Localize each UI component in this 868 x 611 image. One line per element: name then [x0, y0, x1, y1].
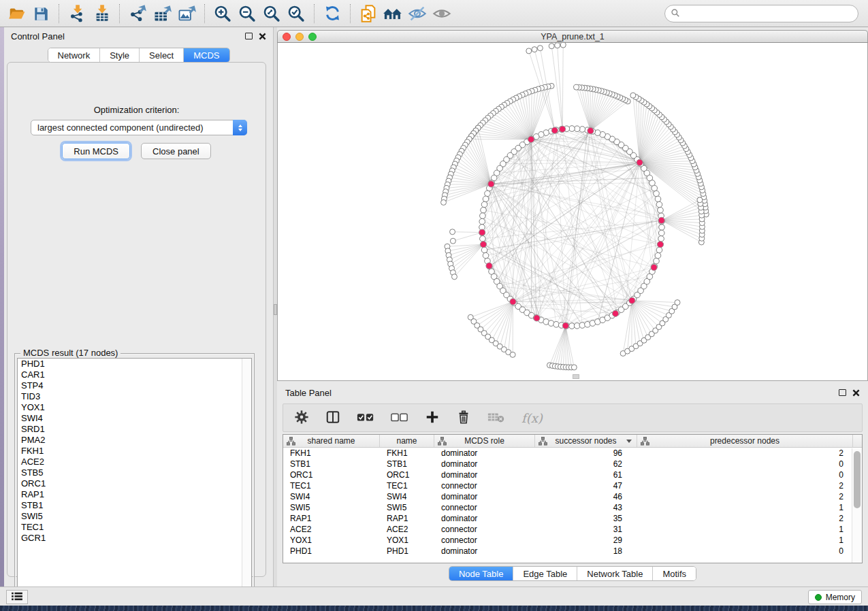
table-row[interactable]: SWI5SWI5connector431 [283, 502, 862, 513]
table-cell[interactable]: dominator [434, 514, 535, 523]
import-table-button[interactable] [89, 2, 114, 25]
table-cell[interactable]: dominator [434, 448, 535, 458]
mcds-result-item[interactable]: STB5 [18, 467, 251, 478]
table-row[interactable]: STB1STB1dominator620 [283, 459, 862, 469]
table-cell[interactable]: 96 [535, 448, 637, 458]
hide-graphics-button[interactable] [405, 2, 430, 25]
columns-button[interactable] [325, 410, 340, 427]
mcds-result-item[interactable]: RAP1 [18, 489, 251, 500]
table-row[interactable]: ACE2ACE2connector311 [283, 524, 862, 535]
column-header[interactable]: name [380, 435, 434, 447]
table-cell[interactable]: FKH1 [380, 448, 434, 458]
export-network-button[interactable] [125, 2, 150, 25]
first-neighbors-button[interactable] [381, 2, 405, 25]
column-header[interactable]: predecessor nodes [637, 435, 853, 447]
mcds-result-item[interactable]: TEC1 [18, 522, 251, 533]
table-cell[interactable]: FKH1 [283, 448, 380, 458]
mcds-result-item[interactable]: ACE2 [18, 457, 251, 467]
import-network-button[interactable] [65, 2, 89, 25]
table-cell[interactable]: 1 [637, 503, 853, 512]
delete-row-button[interactable] [456, 410, 471, 427]
table-cell[interactable]: 0 [637, 459, 853, 469]
table-cell[interactable]: TEC1 [380, 481, 434, 491]
table-cell[interactable]: STB1 [283, 459, 380, 469]
tab-motifs[interactable]: Motifs [653, 567, 696, 580]
mcds-result-item[interactable]: ORC1 [18, 478, 251, 489]
table-cell[interactable]: 43 [535, 503, 637, 512]
table-row[interactable]: TEC1TEC1connector472 [283, 480, 862, 491]
save-session-button[interactable] [29, 2, 53, 25]
table-cell[interactable]: STB1 [380, 459, 434, 469]
table-cell[interactable]: SWI4 [380, 492, 434, 501]
table-cell[interactable]: YOX1 [283, 535, 380, 545]
column-header[interactable]: MCDS role [434, 435, 535, 447]
mcds-list-scrollbar[interactable] [242, 359, 251, 603]
table-cell[interactable]: 46 [535, 492, 637, 501]
refresh-button[interactable] [320, 2, 344, 25]
table-cell[interactable]: 2 [637, 481, 853, 491]
table-cell[interactable]: SWI5 [283, 503, 380, 512]
memory-button[interactable]: Memory [808, 590, 862, 604]
table-cell[interactable]: ACE2 [283, 525, 380, 534]
table-cell[interactable]: 0 [637, 546, 853, 556]
mcds-result-list[interactable]: PHD1CAR1STP4TID3YOX1SWI4SRD1PMA2FKH1ACE2… [17, 358, 252, 604]
mcds-result-item[interactable]: YOX1 [18, 402, 251, 413]
column-header[interactable]: successor nodes [535, 435, 637, 447]
search-input[interactable] [684, 9, 858, 18]
table-row[interactable]: SWI4SWI4dominator462 [283, 491, 862, 502]
zoom-selected-button[interactable] [284, 2, 308, 25]
table-cell[interactable]: 1 [637, 525, 853, 534]
table-cell[interactable]: connector [434, 481, 535, 491]
mcds-result-item[interactable]: PMA2 [18, 435, 251, 446]
task-history-button[interactable] [6, 590, 28, 604]
close-panel-icon[interactable] [259, 33, 266, 40]
mcds-result-item[interactable]: SRD1 [18, 424, 251, 435]
table-cell[interactable]: TEC1 [283, 481, 380, 491]
table-cell[interactable]: YOX1 [380, 535, 434, 545]
table-scrollbar[interactable] [852, 448, 862, 563]
canvas-scroll-grip[interactable] [573, 374, 579, 379]
table-cell[interactable]: connector [434, 503, 535, 512]
column-header[interactable]: shared name [283, 435, 380, 447]
table-cell[interactable]: connector [434, 525, 535, 534]
tab-select[interactable]: Select [140, 48, 184, 62]
tab-node-table[interactable]: Node Table [449, 567, 514, 580]
table-cell[interactable]: 35 [535, 514, 637, 523]
table-row[interactable]: PHD1PHD1dominator180 [283, 546, 862, 557]
add-row-button[interactable] [425, 410, 440, 427]
table-cell[interactable]: PHD1 [380, 546, 434, 556]
mcds-result-item[interactable]: STP4 [18, 380, 251, 391]
table-cell[interactable]: 2 [637, 514, 853, 523]
table-row[interactable]: RAP1RAP1dominator352 [283, 513, 862, 524]
tab-mcds[interactable]: MCDS [184, 48, 229, 62]
table-scrollbar-thumb[interactable] [854, 451, 861, 508]
network-graph[interactable] [278, 43, 867, 380]
table-cell[interactable]: SWI4 [283, 492, 380, 501]
mcds-result-item[interactable]: PHD1 [18, 359, 251, 369]
zoom-in-button[interactable] [210, 2, 235, 25]
table-cell[interactable]: dominator [434, 459, 535, 469]
table-row[interactable]: FKH1FKH1dominator962 [283, 448, 862, 459]
tab-network[interactable]: Network [48, 48, 100, 62]
table-cell[interactable]: 2 [637, 492, 853, 501]
table-cell[interactable]: RAP1 [380, 514, 434, 523]
clone-network-button[interactable] [356, 2, 381, 25]
table-cell[interactable]: 62 [535, 459, 637, 469]
table-cell[interactable]: RAP1 [283, 514, 380, 523]
export-table-button[interactable] [150, 2, 174, 25]
table-cell[interactable]: 2 [637, 448, 853, 458]
optimization-criterion-select[interactable]: largest connected component (undirected) [31, 120, 247, 135]
mcds-result-item[interactable]: TID3 [18, 391, 251, 402]
table-cell[interactable]: dominator [434, 546, 535, 556]
delete-table-button[interactable] [487, 410, 505, 426]
close-table-panel-icon[interactable] [852, 389, 860, 397]
close-panel-button[interactable]: Close panel [141, 143, 211, 159]
table-cell[interactable]: 1 [637, 535, 853, 545]
mcds-result-item[interactable]: CAR1 [18, 369, 251, 380]
zoom-fit-button[interactable] [259, 2, 284, 25]
search-field[interactable] [664, 5, 858, 22]
tab-style[interactable]: Style [100, 48, 140, 62]
network-canvas[interactable] [277, 43, 868, 381]
tab-network-table[interactable]: Network Table [577, 567, 653, 580]
table-cell[interactable]: dominator [434, 492, 535, 501]
